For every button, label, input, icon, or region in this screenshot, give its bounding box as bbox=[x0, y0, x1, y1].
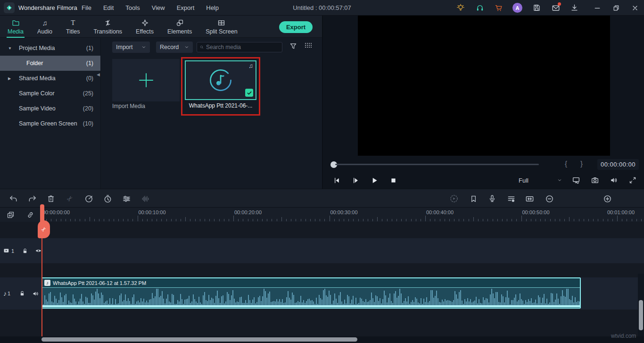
minimize-button[interactable] bbox=[592, 3, 602, 13]
manage-tracks-icon[interactable] bbox=[5, 209, 16, 220]
sidebar-item-project-media[interactable]: ▼ Project Media (1) bbox=[0, 41, 100, 56]
render-preview-icon[interactable] bbox=[449, 193, 459, 204]
audio-denoise-icon[interactable] bbox=[140, 193, 150, 204]
volume-icon[interactable] bbox=[609, 176, 619, 185]
waveform-bar bbox=[85, 297, 86, 305]
mark-in-icon[interactable]: { bbox=[565, 159, 567, 167]
timeline-ruler[interactable]: 00:00:00:0000:00:10:0000:00:20:0000:00:3… bbox=[0, 208, 644, 222]
idea-lightbulb-icon[interactable] bbox=[455, 3, 465, 13]
video-track-lane[interactable] bbox=[0, 238, 644, 263]
tab-audio[interactable]: ♫ Audio bbox=[36, 16, 53, 38]
toggle-visibility-eye-icon[interactable] bbox=[35, 247, 42, 254]
save-project-icon[interactable] bbox=[532, 3, 542, 13]
waveform-bar bbox=[213, 299, 214, 305]
waveform-bar bbox=[252, 300, 253, 305]
zoom-in-icon[interactable] bbox=[602, 193, 612, 204]
grid-view-icon[interactable] bbox=[305, 43, 313, 49]
tab-titles[interactable]: T Titles bbox=[65, 16, 81, 38]
waveform-bar bbox=[416, 299, 417, 305]
filter-funnel-icon[interactable] bbox=[289, 42, 297, 50]
redo-icon[interactable] bbox=[27, 193, 37, 204]
tab-transitions[interactable]: Transitions bbox=[92, 16, 123, 38]
sidebar-item-shared-media[interactable]: ▶ Shared Media (0) bbox=[0, 71, 100, 86]
display-device-icon[interactable] bbox=[571, 176, 581, 185]
waveform-bar bbox=[81, 294, 82, 305]
marker-icon[interactable] bbox=[468, 193, 479, 204]
previous-frame-button[interactable] bbox=[331, 175, 342, 185]
audio-mixer-icon[interactable] bbox=[506, 193, 516, 204]
search-input[interactable] bbox=[206, 44, 279, 50]
speed-dial-icon[interactable] bbox=[83, 193, 94, 204]
waveform-bar bbox=[348, 296, 349, 305]
waveform-bar bbox=[157, 289, 158, 305]
close-button[interactable] bbox=[630, 3, 640, 13]
waveform-bar bbox=[503, 296, 504, 306]
menu-edit[interactable]: Edit bbox=[103, 0, 114, 16]
sidebar-item-sample-color[interactable]: Sample Color (25) bbox=[0, 86, 100, 101]
next-frame-button[interactable] bbox=[350, 175, 361, 185]
waveform-bar bbox=[262, 296, 263, 306]
lock-track-icon[interactable] bbox=[19, 290, 25, 297]
waveform-bar bbox=[208, 295, 209, 305]
waveform-bar bbox=[176, 304, 177, 305]
adjust-sliders-icon[interactable] bbox=[121, 193, 132, 204]
record-dropdown[interactable]: Record bbox=[156, 42, 193, 53]
ruler-tick bbox=[372, 219, 373, 221]
ruler-tick bbox=[171, 219, 172, 221]
play-button[interactable] bbox=[369, 175, 380, 185]
export-button[interactable]: Export bbox=[279, 21, 313, 33]
menu-file[interactable]: File bbox=[82, 0, 91, 16]
delete-icon[interactable] bbox=[46, 193, 56, 204]
import-media-tile[interactable] bbox=[112, 59, 180, 101]
tab-elements[interactable]: Elements bbox=[166, 16, 193, 38]
link-clips-icon[interactable] bbox=[25, 209, 36, 220]
stop-button[interactable] bbox=[388, 175, 398, 185]
messages-mail-icon[interactable] bbox=[551, 3, 561, 13]
timeline-hscrollbar-thumb[interactable] bbox=[41, 337, 357, 342]
expander-down-icon[interactable]: ▼ bbox=[8, 46, 12, 50]
waveform-bar bbox=[316, 298, 317, 305]
waveform-bar bbox=[576, 302, 577, 305]
tab-media[interactable]: Media bbox=[7, 16, 25, 38]
waveform-bar bbox=[152, 293, 153, 305]
sidebar-item-sample-green-screen[interactable]: Sample Green Screen (10) bbox=[0, 116, 100, 131]
scrubber-track[interactable] bbox=[335, 164, 539, 165]
undo-icon[interactable] bbox=[8, 193, 18, 204]
import-dropdown[interactable]: Import bbox=[112, 42, 150, 53]
snapshot-camera-icon[interactable] bbox=[590, 176, 600, 185]
tab-effects[interactable]: Effects bbox=[135, 16, 155, 38]
menu-export[interactable]: Export bbox=[177, 0, 195, 16]
fullscreen-icon[interactable] bbox=[628, 176, 637, 185]
playhead-handle[interactable]: ✂ bbox=[38, 220, 50, 238]
menu-view[interactable]: View bbox=[152, 0, 165, 16]
timeline-vscrollbar-track[interactable] bbox=[638, 274, 644, 336]
waveform-bar bbox=[486, 298, 487, 305]
menu-help[interactable]: Help bbox=[206, 0, 219, 16]
sidebar-item-sample-video[interactable]: Sample Video (20) bbox=[0, 101, 100, 116]
waveform-bar bbox=[473, 301, 474, 306]
tab-split-screen[interactable]: Split Screen bbox=[205, 16, 238, 38]
audio-clip-tile[interactable]: ♫ bbox=[185, 60, 256, 100]
title-bar: Wondershare Filmora File Edit Tools View… bbox=[0, 0, 644, 16]
lock-track-icon[interactable] bbox=[22, 248, 28, 254]
menu-tools[interactable]: Tools bbox=[125, 0, 140, 16]
restore-window-button[interactable] bbox=[611, 3, 621, 13]
zoom-out-icon[interactable] bbox=[544, 193, 554, 204]
preview-quality-dropdown[interactable]: Full bbox=[519, 175, 562, 185]
mute-speaker-icon[interactable] bbox=[32, 290, 39, 297]
expander-right-icon[interactable]: ▶ bbox=[8, 76, 11, 81]
account-avatar[interactable]: A bbox=[512, 3, 522, 13]
split-scissors-icon[interactable]: ✂ bbox=[65, 193, 75, 204]
support-headset-icon[interactable] bbox=[475, 3, 485, 13]
timeline-hscrollbar-track[interactable] bbox=[0, 336, 644, 343]
mark-out-icon[interactable]: } bbox=[580, 159, 583, 167]
record-voiceover-mic-icon[interactable] bbox=[487, 193, 497, 204]
timeline-vscrollbar-thumb[interactable] bbox=[639, 300, 643, 330]
sidebar-item-folder[interactable]: Folder (1) bbox=[0, 56, 100, 71]
download-icon[interactable] bbox=[570, 3, 579, 13]
duration-timer-icon[interactable] bbox=[102, 193, 113, 204]
store-cart-icon[interactable] bbox=[494, 3, 504, 13]
fit-timeline-icon[interactable] bbox=[524, 193, 535, 204]
audio-clip[interactable]: ♪ WhatsApp Ptt 2021-06-12 at 1.57.32 PM bbox=[41, 277, 581, 309]
panel-collapse-arrow[interactable]: ◀ bbox=[97, 72, 100, 77]
